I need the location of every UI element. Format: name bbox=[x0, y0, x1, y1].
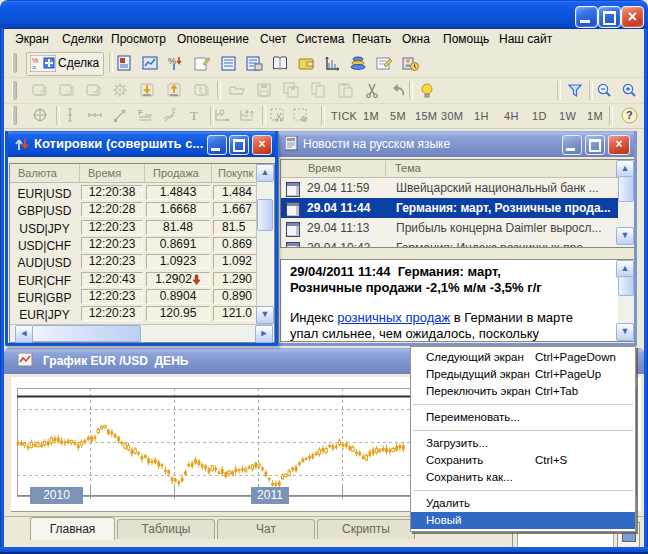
svg-text:F: F bbox=[138, 108, 143, 117]
svg-text:≡: ≡ bbox=[32, 64, 36, 71]
svg-text:T: T bbox=[190, 108, 198, 123]
svg-text:f: f bbox=[40, 89, 42, 96]
svg-text:%: % bbox=[168, 56, 176, 66]
svg-text:%: % bbox=[32, 57, 38, 64]
svg-text:?: ? bbox=[626, 109, 633, 121]
